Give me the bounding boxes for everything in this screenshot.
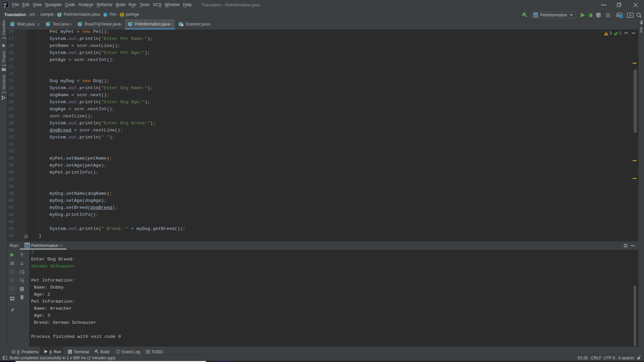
svg-text:C: C: [104, 13, 107, 17]
